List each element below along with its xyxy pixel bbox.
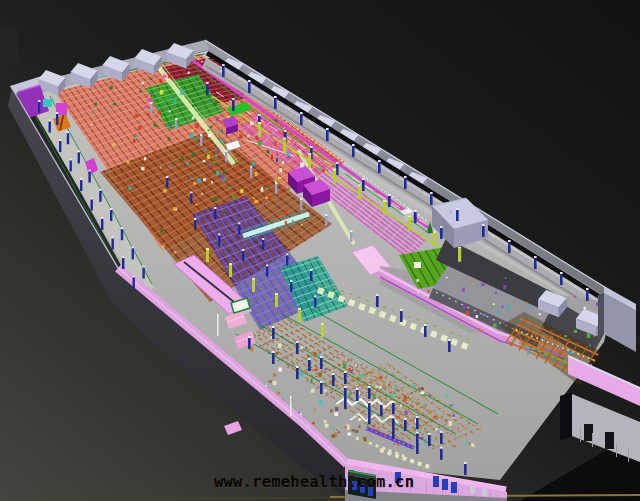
render-viewport: www.remehealth.com.cn [0, 0, 640, 501]
east-end-wall-shade [598, 293, 604, 337]
rooftop-white-unit [414, 262, 421, 268]
annex-gap-shadow [560, 392, 572, 441]
watermark: www.remehealth.com.cn [214, 473, 434, 491]
factory-3d-render [0, 0, 640, 501]
background-haze [0, 28, 18, 64]
